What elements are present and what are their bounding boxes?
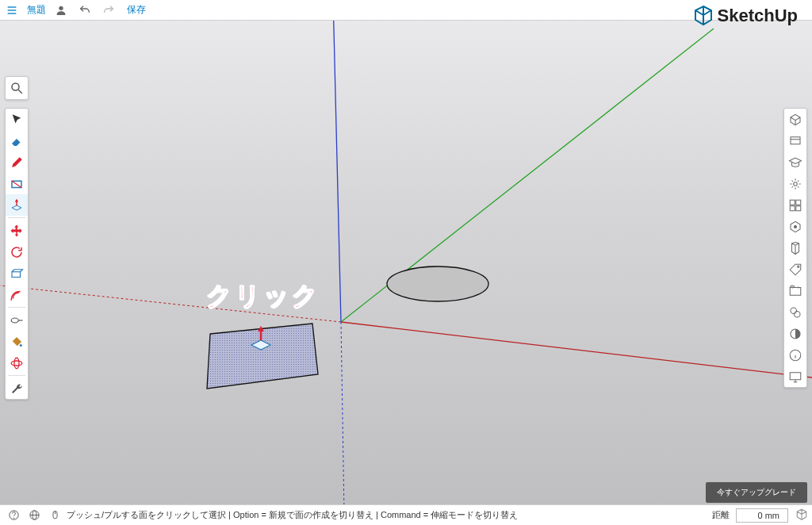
svg-marker-18 xyxy=(12,205,21,210)
save-button[interactable]: 保存 xyxy=(124,3,146,17)
eraser-tool[interactable] xyxy=(6,130,28,151)
sketchup-icon xyxy=(694,5,713,27)
3dwarehouse-panel[interactable] xyxy=(784,216,806,237)
entity-info-panel[interactable] xyxy=(784,109,806,130)
search-tool-panel xyxy=(5,76,29,100)
status-bar: プッシュ/プルする面をクリックして選択 | Option = 新規で面の作成を切… xyxy=(0,504,812,525)
orbit-tool[interactable] xyxy=(6,352,28,374)
outliner-panel[interactable] xyxy=(784,237,806,259)
svg-point-26 xyxy=(14,358,19,369)
svg-line-8 xyxy=(341,322,344,504)
pushpull-tool[interactable] xyxy=(6,194,28,216)
svg-rect-27 xyxy=(791,136,800,144)
svg-line-4 xyxy=(0,285,341,322)
toolbar-separator xyxy=(8,217,25,218)
axes-and-geometry xyxy=(0,21,812,504)
measure-value[interactable]: 0 mm xyxy=(736,508,788,523)
pencil-icon xyxy=(10,155,24,170)
search-icon xyxy=(10,81,24,95)
brand-light: Up xyxy=(775,6,798,25)
svg-rect-32 xyxy=(790,205,795,210)
measure-label: 距離 xyxy=(712,509,736,521)
upgrade-button[interactable]: 今すぐアップグレード xyxy=(706,482,807,503)
svg-point-29 xyxy=(794,182,798,186)
move-icon xyxy=(10,224,24,238)
svg-rect-31 xyxy=(796,200,801,205)
mouse-info-button[interactable] xyxy=(46,507,63,524)
undo-button[interactable] xyxy=(76,2,94,19)
toolbar-separator xyxy=(8,375,25,376)
document-title: 無題 xyxy=(27,3,46,17)
tags-panel[interactable] xyxy=(784,259,806,280)
materials-panel[interactable] xyxy=(784,173,806,194)
ellipse-face[interactable] xyxy=(387,266,488,301)
3d-viewport[interactable]: クリック xyxy=(0,21,812,504)
cursor-icon xyxy=(10,113,24,127)
svg-line-15 xyxy=(18,90,22,94)
svg-marker-20 xyxy=(15,198,19,201)
svg-point-49 xyxy=(13,518,14,519)
components-panel[interactable] xyxy=(784,194,806,216)
rotate-tool[interactable] xyxy=(6,241,28,262)
svg-point-34 xyxy=(795,225,797,228)
svg-point-39 xyxy=(791,308,797,314)
select-tool[interactable] xyxy=(6,109,28,130)
svg-rect-33 xyxy=(796,205,801,210)
svg-line-7 xyxy=(333,21,341,322)
right-panel-toolbar xyxy=(783,108,807,388)
menu-button[interactable] xyxy=(3,2,21,19)
sketchup-icon-small xyxy=(796,508,807,523)
more-tools[interactable] xyxy=(6,377,28,399)
svg-point-40 xyxy=(795,311,801,317)
svg-point-22 xyxy=(11,318,18,323)
language-button[interactable] xyxy=(25,507,43,524)
followme-icon xyxy=(10,266,24,281)
brand-bold: Sketch xyxy=(718,6,775,25)
svg-line-5 xyxy=(341,322,812,377)
help-button[interactable] xyxy=(5,507,22,524)
svg-rect-21 xyxy=(12,271,21,277)
svg-point-14 xyxy=(12,83,19,90)
account-button[interactable] xyxy=(52,2,70,19)
search-button[interactable] xyxy=(6,77,28,98)
eraser-icon xyxy=(10,134,24,148)
svg-line-17 xyxy=(12,181,21,187)
tape-icon xyxy=(10,313,24,328)
pushpull-icon xyxy=(10,198,24,213)
svg-point-37 xyxy=(792,287,793,288)
styles-panel[interactable] xyxy=(784,301,806,323)
redo-button[interactable] xyxy=(100,2,117,19)
rectangle-tool[interactable] xyxy=(6,173,28,194)
svg-rect-36 xyxy=(790,287,801,295)
rectangle-icon xyxy=(10,177,24,191)
svg-point-35 xyxy=(798,266,799,267)
paint-bucket-tool[interactable] xyxy=(6,331,28,352)
line-tool[interactable] xyxy=(6,151,28,173)
svg-rect-45 xyxy=(790,372,801,379)
top-bar: 無題 保存 xyxy=(0,0,812,21)
offset-icon xyxy=(10,288,24,302)
status-hint: プッシュ/プルする面をクリックして選択 | Option = 新規で面の作成を切… xyxy=(67,509,518,521)
followme-tool[interactable] xyxy=(6,262,28,284)
rotate-icon xyxy=(10,245,24,259)
offset-tool[interactable] xyxy=(6,284,28,305)
shadows-panel[interactable] xyxy=(784,323,806,344)
svg-point-25 xyxy=(11,361,22,366)
tape-measure-tool[interactable] xyxy=(6,309,28,331)
wrench-icon xyxy=(10,381,24,396)
toolbar-separator xyxy=(8,307,25,308)
svg-point-3 xyxy=(59,6,63,10)
orbit-icon xyxy=(10,356,24,370)
instructor-panel[interactable] xyxy=(784,130,806,151)
scenes-panel[interactable] xyxy=(784,280,806,301)
sketchup-logo: SketchUp xyxy=(694,5,798,27)
move-tool[interactable] xyxy=(6,220,28,241)
learn-panel[interactable] xyxy=(784,151,806,173)
svg-point-24 xyxy=(20,344,22,347)
left-toolbar xyxy=(5,108,29,400)
rectangle-face[interactable] xyxy=(207,324,318,389)
model-info-panel[interactable] xyxy=(784,344,806,366)
svg-rect-30 xyxy=(790,200,795,205)
bucket-icon xyxy=(10,335,24,349)
display-panel[interactable] xyxy=(784,366,806,387)
